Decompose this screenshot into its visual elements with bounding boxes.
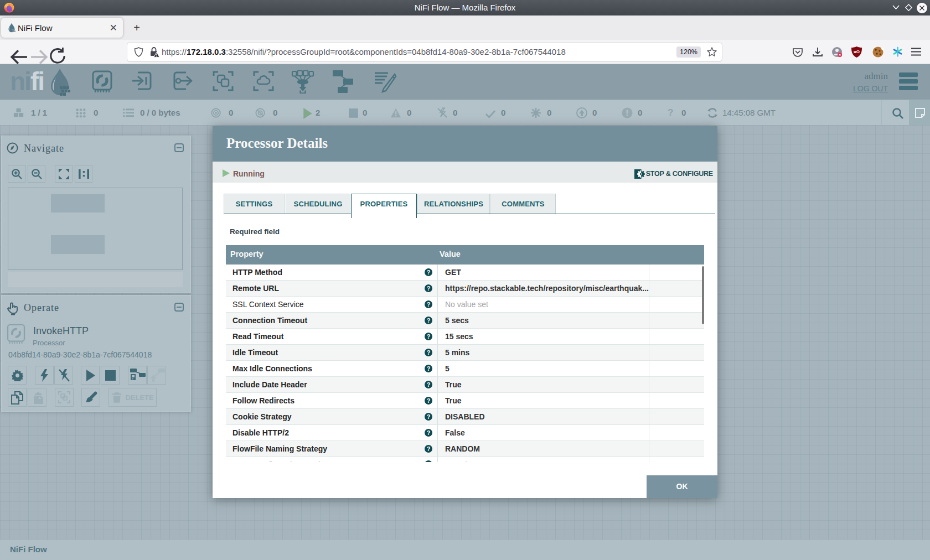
svg-text:uO: uO	[854, 49, 860, 54]
